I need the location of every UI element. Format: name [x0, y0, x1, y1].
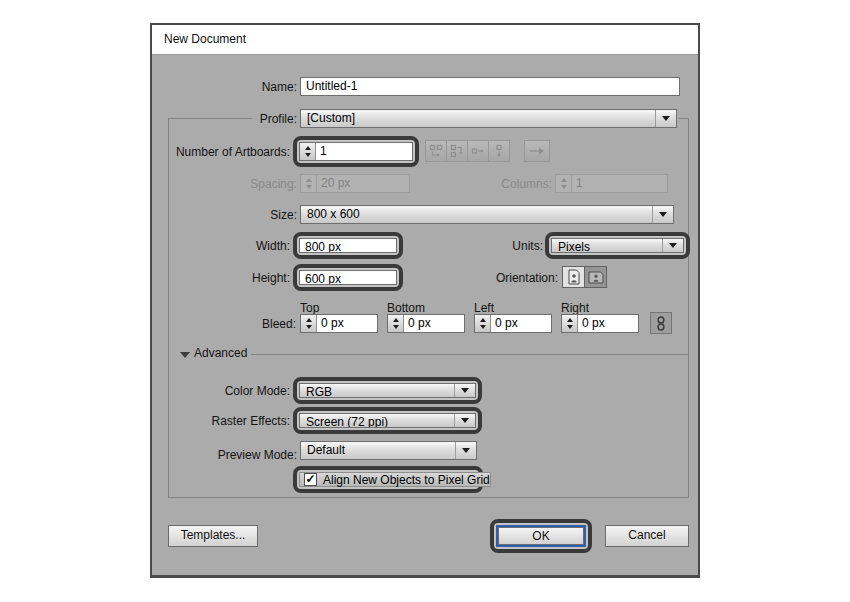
- units-highlight: Pixels: [545, 232, 690, 259]
- new-document-dialog: New Document Name: Untitled-1 Profile: […: [150, 23, 700, 578]
- checkmark-icon[interactable]: ✓: [304, 473, 317, 486]
- columns-stepper: 1: [555, 174, 668, 193]
- spacing-stepper: 20 px: [300, 174, 410, 193]
- ok-focus-ring: OK: [496, 525, 586, 547]
- bleed-label: Bleed:: [152, 316, 296, 332]
- units-label: Units:: [402, 238, 543, 254]
- dropdown-arrow-icon[interactable]: [454, 384, 475, 397]
- chain-link-icon[interactable]: [650, 312, 672, 334]
- cancel-button[interactable]: Cancel: [605, 525, 689, 547]
- grid-by-column-icon[interactable]: [446, 140, 468, 162]
- artboards-value[interactable]: 1: [316, 143, 412, 160]
- color-mode-highlight: RGB: [293, 377, 482, 404]
- height-input[interactable]: 600 px: [299, 270, 397, 285]
- bleed-left-label: Left: [474, 301, 534, 315]
- bleed-right-value[interactable]: 0 px: [578, 315, 638, 332]
- layout-direction-arrow-icon[interactable]: [524, 140, 550, 162]
- group-border-bottom: [168, 497, 689, 498]
- spinner-up-down-icon[interactable]: [475, 315, 491, 332]
- group-border-top-right: [679, 118, 688, 119]
- grid-by-row-icon[interactable]: [425, 140, 447, 162]
- pixel-grid-checkbox-row[interactable]: ✓ Align New Objects to Pixel Grid: [299, 472, 491, 487]
- pixel-grid-label: Align New Objects to Pixel Grid: [323, 473, 490, 487]
- raster-effects-dropdown[interactable]: Screen (72 ppi): [299, 413, 476, 428]
- bleed-bottom-label: Bottom: [387, 301, 447, 315]
- size-dropdown[interactable]: 800 x 600: [300, 205, 674, 224]
- bleed-bottom-stepper[interactable]: 0 px: [387, 314, 465, 333]
- dialog-title: New Document: [152, 25, 698, 54]
- dropdown-arrow-icon[interactable]: [454, 414, 475, 427]
- name-label: Name:: [152, 79, 297, 95]
- pixel-grid-highlight: ✓ Align New Objects to Pixel Grid: [293, 466, 483, 493]
- bleed-right-label: Right: [561, 301, 621, 315]
- dropdown-arrow-icon[interactable]: [652, 206, 673, 223]
- dropdown-arrow-icon[interactable]: [455, 442, 476, 459]
- raster-effects-highlight: Screen (72 ppi): [293, 407, 482, 434]
- orientation-buttons: [562, 266, 606, 288]
- preview-mode-dropdown[interactable]: Default: [300, 441, 477, 460]
- templates-button[interactable]: Templates...: [168, 525, 258, 547]
- spinner-up-down-icon: [301, 175, 317, 192]
- width-highlight: 800 px: [293, 232, 403, 259]
- profile-label: Profile:: [152, 111, 297, 127]
- disclosure-triangle-icon[interactable]: [180, 352, 190, 358]
- portrait-orientation-icon[interactable]: [562, 266, 585, 288]
- dialog-titlebar[interactable]: New Document: [152, 25, 698, 55]
- ok-button[interactable]: OK: [498, 527, 584, 545]
- page-background: New Document Name: Untitled-1 Profile: […: [0, 0, 850, 602]
- bleed-top-value[interactable]: 0 px: [317, 315, 377, 332]
- ok-highlight: OK: [490, 519, 592, 553]
- columns-value: 1: [572, 175, 667, 192]
- dropdown-arrow-icon[interactable]: [655, 110, 676, 127]
- bleed-left-stepper[interactable]: 0 px: [474, 314, 552, 333]
- columns-label: Columns:: [412, 176, 552, 192]
- units-dropdown[interactable]: Pixels: [551, 238, 684, 253]
- bleed-top-label: Top: [300, 301, 360, 315]
- units-dropdown-value: Pixels: [552, 239, 662, 252]
- arrange-by-row-icon[interactable]: [467, 140, 489, 162]
- advanced-section-label[interactable]: Advanced: [194, 346, 264, 360]
- color-mode-dropdown[interactable]: RGB: [299, 383, 476, 398]
- bleed-top-stepper[interactable]: 0 px: [300, 314, 378, 333]
- height-highlight: 600 px: [293, 264, 403, 291]
- spinner-up-down-icon[interactable]: [388, 315, 404, 332]
- advanced-divider: [251, 354, 688, 355]
- spinner-up-down-icon: [556, 175, 572, 192]
- bleed-right-stepper[interactable]: 0 px: [561, 314, 639, 333]
- profile-dropdown[interactable]: [Custom]: [300, 109, 677, 128]
- spinner-up-down-icon[interactable]: [300, 143, 316, 160]
- raster-effects-value: Screen (72 ppi): [300, 414, 454, 427]
- width-label: Width:: [152, 238, 290, 254]
- preview-mode-label: Preview Mode:: [152, 447, 297, 463]
- artboard-layout-toolbar: [425, 140, 509, 162]
- dropdown-arrow-icon[interactable]: [662, 239, 683, 252]
- artboards-stepper[interactable]: 1: [299, 142, 413, 161]
- group-border-top-left: [168, 118, 252, 119]
- color-mode-value: RGB: [300, 384, 454, 397]
- spinner-up-down-icon[interactable]: [301, 315, 317, 332]
- height-label: Height:: [152, 270, 290, 286]
- spacing-label: Spacing:: [152, 176, 297, 192]
- size-dropdown-value: 800 x 600: [301, 206, 652, 223]
- profile-dropdown-value: [Custom]: [301, 110, 655, 127]
- bleed-bottom-value[interactable]: 0 px: [404, 315, 464, 332]
- name-input[interactable]: Untitled-1: [300, 77, 680, 96]
- orientation-label: Orientation:: [412, 270, 558, 286]
- preview-mode-value: Default: [301, 442, 455, 459]
- spinner-up-down-icon[interactable]: [562, 315, 578, 332]
- artboards-highlight: 1: [293, 136, 419, 167]
- group-border-left: [168, 118, 169, 497]
- size-label: Size:: [152, 207, 297, 223]
- width-input[interactable]: 800 px: [299, 238, 397, 253]
- group-border-right: [688, 118, 689, 497]
- arrange-by-column-icon[interactable]: [488, 140, 510, 162]
- bleed-left-value[interactable]: 0 px: [491, 315, 551, 332]
- landscape-orientation-icon[interactable]: [584, 266, 607, 288]
- raster-effects-label: Raster Effects:: [152, 413, 290, 429]
- spacing-value: 20 px: [317, 175, 409, 192]
- color-mode-label: Color Mode:: [152, 383, 290, 399]
- artboards-label: Number of Artboards:: [152, 144, 290, 160]
